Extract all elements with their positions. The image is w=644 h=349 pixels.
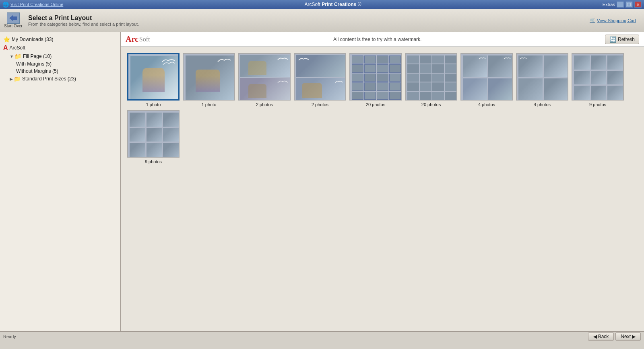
logo-arc: Arc bbox=[126, 35, 138, 44]
layout-item-8[interactable]: 4 photos bbox=[516, 53, 568, 107]
folder-icon-standard: 📁 bbox=[14, 76, 21, 82]
refresh-icon: 🔄 bbox=[609, 36, 616, 43]
layout-thumbnail-3 bbox=[238, 53, 291, 101]
sidebar-item-fill-page[interactable]: ▼ 📁 Fill Page (10) bbox=[2, 52, 119, 60]
back-button[interactable]: ◀ Back bbox=[588, 333, 614, 341]
visit-link[interactable]: Visit Print Creations Online bbox=[10, 2, 63, 7]
app-name-reg: ® bbox=[358, 2, 361, 7]
cart-label: View Shopping Cart bbox=[597, 18, 636, 23]
app-name-printcreations: Print Creations bbox=[322, 2, 356, 7]
layout-item-5[interactable]: 20 photos bbox=[349, 53, 402, 107]
cart-icon: 🛒 bbox=[590, 18, 595, 23]
layout-caption-10: 9 photos bbox=[145, 159, 162, 164]
layout-grid-area: 1 photo 1 photo bbox=[121, 47, 644, 331]
layout-item-7[interactable]: 4 photos bbox=[460, 53, 513, 107]
layout-caption-2: 1 photo bbox=[202, 102, 217, 107]
app-name-arcsoft: ArcSoft bbox=[305, 2, 322, 7]
next-button[interactable]: Next ▶ bbox=[615, 333, 641, 341]
titlebar-right: Extras — ❐ ✕ bbox=[603, 1, 642, 8]
layout-grid: 1 photo 1 photo bbox=[127, 53, 638, 164]
layout-item-1[interactable]: 1 photo bbox=[127, 53, 180, 107]
layout-caption-4: 2 photos bbox=[312, 102, 328, 107]
main-area: ⭐ My Downloads (33) A ArcSoft ▼ 📁 Fill P… bbox=[0, 32, 644, 331]
my-downloads-label: My Downloads (33) bbox=[12, 37, 53, 42]
content-header: ArcSoft All content is free to try with … bbox=[121, 32, 644, 47]
layout-item-9[interactable]: 9 photos bbox=[572, 53, 624, 107]
layout-caption-7: 4 photos bbox=[478, 102, 495, 107]
title-bar: 🌐 Visit Print Creations Online ArcSoft P… bbox=[0, 0, 644, 9]
page-title: Select a Print Layout bbox=[28, 14, 585, 22]
layout-thumbnail-4 bbox=[294, 53, 346, 101]
status-text: Ready bbox=[3, 334, 16, 339]
status-bar: Ready ◀ Back Next ▶ bbox=[0, 331, 644, 341]
layout-thumbnail-7 bbox=[460, 53, 513, 101]
without-margins-label: Without Margins (5) bbox=[16, 68, 58, 74]
layout-item-2[interactable]: 1 photo bbox=[183, 53, 235, 107]
titlebar-left: 🌐 Visit Print Creations Online bbox=[2, 2, 63, 8]
layout-caption-9: 9 photos bbox=[589, 102, 606, 107]
restore-button[interactable]: ❐ bbox=[625, 1, 633, 8]
star-icon: ⭐ bbox=[3, 36, 10, 43]
globe-icon: 🌐 bbox=[2, 2, 9, 8]
layout-item-10[interactable]: 9 photos bbox=[127, 110, 180, 164]
layout-thumbnail-5 bbox=[349, 53, 402, 101]
minimize-button[interactable]: — bbox=[617, 1, 624, 8]
layout-caption-6: 20 photos bbox=[421, 102, 441, 107]
page-subtitle: From the categories below, find and sele… bbox=[28, 22, 585, 27]
sidebar-item-with-margins[interactable]: With Margins (5) bbox=[2, 60, 119, 68]
layout-caption-3: 2 photos bbox=[256, 102, 273, 107]
page-title-area: Select a Print Layout From the categorie… bbox=[28, 14, 585, 27]
sidebar-item-my-downloads[interactable]: ⭐ My Downloads (33) bbox=[2, 35, 119, 43]
refresh-button[interactable]: 🔄 Refresh bbox=[605, 35, 639, 44]
layout-thumbnail-6 bbox=[405, 53, 457, 101]
expand-icon-fill-page: ▼ bbox=[10, 54, 14, 59]
back-label: Back bbox=[598, 334, 609, 339]
extras-label[interactable]: Extras bbox=[603, 2, 615, 7]
back-arrow-icon: ◀ bbox=[593, 334, 597, 339]
layout-caption-5: 20 photos bbox=[366, 102, 385, 107]
layout-thumbnail-9 bbox=[572, 53, 624, 101]
layout-item-6[interactable]: 20 photos bbox=[405, 53, 457, 107]
start-over-button[interactable]: Start Over bbox=[3, 12, 23, 28]
standard-print-sizes-label: Standard Print Sizes (23) bbox=[22, 76, 76, 82]
start-over-label: Start Over bbox=[4, 24, 23, 28]
arcsoft-label: ArcSoft bbox=[10, 45, 25, 51]
sidebar-item-standard-print-sizes[interactable]: ▶ 📁 Standard Print Sizes (23) bbox=[2, 75, 119, 83]
refresh-label: Refresh bbox=[618, 37, 635, 42]
layout-caption-1: 1 photo bbox=[146, 102, 161, 107]
expand-icon-standard: ▶ bbox=[10, 77, 13, 81]
toolbar: Start Over Select a Print Layout From th… bbox=[0, 9, 644, 32]
with-margins-label: With Margins (5) bbox=[16, 61, 52, 67]
layout-thumbnail-10 bbox=[127, 110, 180, 158]
close-button[interactable]: ✕ bbox=[634, 1, 642, 8]
next-label: Next bbox=[621, 334, 631, 339]
layout-item-4[interactable]: 2 photos bbox=[294, 53, 346, 107]
arcsoft-icon: A bbox=[3, 44, 8, 51]
layout-thumbnail-2 bbox=[183, 53, 235, 101]
sidebar-item-without-margins[interactable]: Without Margins (5) bbox=[2, 68, 119, 75]
start-over-icon bbox=[7, 12, 20, 24]
layout-thumbnail-8 bbox=[516, 53, 568, 101]
fill-page-label: Fill Page (10) bbox=[23, 53, 52, 59]
arcsoft-logo: ArcSoft bbox=[126, 35, 150, 44]
view-shopping-cart-button[interactable]: 🛒 View Shopping Cart bbox=[590, 18, 636, 23]
sidebar-item-arcsoft[interactable]: A ArcSoft bbox=[2, 43, 119, 52]
svg-rect-1 bbox=[12, 16, 17, 20]
sidebar: ⭐ My Downloads (33) A ArcSoft ▼ 📁 Fill P… bbox=[0, 32, 121, 331]
window-title: ArcSoft Print Creations ® bbox=[305, 2, 361, 7]
layout-thumbnail-1 bbox=[127, 53, 180, 101]
next-arrow-icon: ▶ bbox=[632, 334, 636, 339]
layout-caption-8: 4 photos bbox=[534, 102, 551, 107]
folder-icon-fill-page: 📁 bbox=[14, 53, 21, 60]
navigation-buttons: ◀ Back Next ▶ bbox=[588, 333, 641, 341]
watermark-notice: All content is free to try with a waterm… bbox=[150, 37, 605, 42]
logo-soft: Soft bbox=[139, 36, 150, 43]
content-area: ArcSoft All content is free to try with … bbox=[121, 32, 644, 331]
layout-item-3[interactable]: 2 photos bbox=[238, 53, 291, 107]
